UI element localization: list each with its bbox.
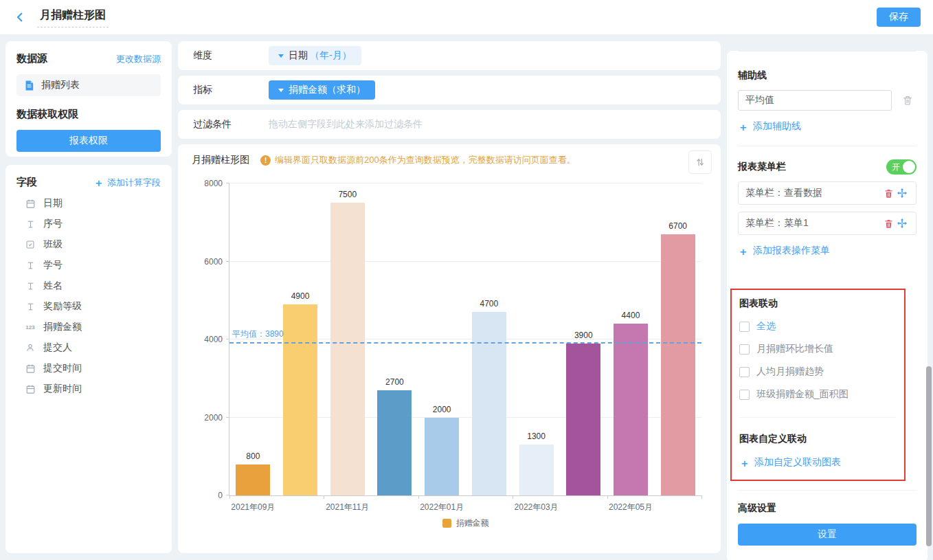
field-item[interactable]: 123捐赠金额 [16,317,161,337]
bar[interactable]: 2000 [425,418,459,496]
filter-row[interactable]: 过滤条件 拖动左侧字段到此处来添加过滤条件 [178,110,721,139]
bar-slot: 2700 [371,183,418,495]
center-panel: 维度 日期（年-月） 指标 捐赠金额（求和） 过滤条件 拖动左侧字段到此处来添加… [178,41,721,553]
field-item[interactable]: 学号 [16,255,161,276]
bar[interactable]: 7500 [330,203,365,495]
metric-chip[interactable]: 捐赠金额（求和） [269,80,375,100]
checkbox-icon[interactable] [739,390,750,400]
plot-area[interactable]: 0200040006000800080049007500270020004700… [229,183,701,496]
bar[interactable]: 4700 [472,312,506,495]
back-icon[interactable] [12,10,27,25]
divider [738,146,917,146]
x-tick-label [560,502,607,513]
plus-icon: ＋ [739,458,750,468]
fields-list: 日期序号班级学号姓名奖励等级123捐赠金额提交人提交时间更新时间 [16,193,161,399]
trash-icon[interactable] [881,219,895,229]
report-permission-button[interactable]: 报表权限 [16,130,161,152]
field-label: 学号 [43,259,63,271]
field-item[interactable]: 日期 [16,193,161,214]
bar-slot: 7500 [324,183,371,495]
topbar: 月捐赠柱形图 保存 [0,0,933,34]
field-item[interactable]: 提交人 [16,337,161,358]
bar-value-label: 1300 [527,432,546,441]
bar-slot: 3900 [560,183,607,495]
y-tick-label: 8000 [204,179,223,188]
bar[interactable]: 2700 [377,390,412,495]
bar[interactable]: 3900 [566,344,600,495]
linkage-checkbox-row[interactable]: 月捐赠环比增长值 [739,343,896,355]
linkage-option-label: 班级捐赠金额_面积图 [756,388,848,401]
left-panel: 数据源 更改数据源 捐赠列表 数据获取权限 报表权限 字段 ＋添加计算字段 日期… [5,41,172,553]
datasource-item[interactable]: 捐赠列表 [16,74,161,96]
fields-card: 字段 ＋添加计算字段 日期序号班级学号姓名奖励等级123捐赠金额提交人提交时间更… [5,165,172,553]
calendar-icon [23,384,37,394]
add-aux-line-link[interactable]: ＋添加辅助线 [738,120,917,133]
advanced-settings-title: 高级设置 [738,502,917,515]
field-item[interactable]: 班级 [16,234,161,255]
linkage-title: 图表联动 [739,298,896,310]
field-item[interactable]: 姓名 [16,276,161,296]
trash-icon[interactable] [901,95,914,106]
checkbox-icon[interactable] [739,344,750,355]
divider [739,417,896,418]
y-tick-label: 4000 [204,335,223,344]
field-item[interactable]: 奖励等级 [16,296,161,317]
bar[interactable]: 4900 [283,304,317,495]
aux-line-title: 辅助线 [738,52,917,82]
x-tick-mark [607,495,608,499]
bar[interactable]: 1300 [519,445,554,495]
bars-container: 800490075002700200047001300390044006700 [229,183,701,495]
select-all-checkbox-row[interactable]: 全选 [739,320,896,333]
bar[interactable]: 800 [236,464,270,495]
bar-value-label: 2000 [433,405,451,414]
field-item[interactable]: 更新时间 [16,379,161,399]
average-line-label: 平均值：3890 [232,328,284,340]
move-icon[interactable] [895,188,909,199]
change-datasource-link[interactable]: 更改数据源 [116,53,161,65]
menu-toggle[interactable]: 开 [886,159,917,175]
aux-line-input[interactable] [738,90,892,111]
x-tick-label: 2022年05月 [607,502,655,513]
checkbox-icon[interactable] [739,367,750,377]
linkage-highlight-box: 图表联动 全选 月捐赠环比增长值人均月捐赠趋势班级捐赠金额_面积图 图表自定义联… [730,289,906,481]
average-line [229,342,701,344]
menu-item[interactable]: 菜单栏：查看数据 [738,181,917,205]
bar[interactable]: 6700 [661,234,695,495]
y-tick-label: 0 [218,491,223,500]
field-label: 序号 [43,218,63,230]
settings-button[interactable]: 设置 [738,524,917,546]
linkage-option-label: 月捐赠环比增长值 [756,343,833,355]
filter-placeholder: 拖动左侧字段到此处来添加过滤条件 [269,118,423,131]
text-icon [23,302,37,311]
add-report-menu-link[interactable]: ＋添加报表操作菜单 [738,245,917,257]
save-button[interactable]: 保存 [877,8,921,27]
toggle-knob [903,161,915,173]
add-calc-field-link[interactable]: ＋添加计算字段 [93,177,161,189]
linkage-checkbox-row[interactable]: 班级捐赠金额_面积图 [739,388,896,401]
field-label: 奖励等级 [43,300,82,313]
number-icon: 123 [23,324,37,331]
menu-item[interactable]: 菜单栏：菜单1 [738,212,917,235]
x-tick-label [371,502,418,513]
field-item[interactable]: 提交时间 [16,358,161,379]
select-all-label: 全选 [756,320,776,333]
linkage-checkbox-row[interactable]: 人均月捐赠趋势 [739,366,896,378]
bar[interactable]: 4400 [614,324,648,495]
dimension-chip[interactable]: 日期（年-月） [269,46,361,65]
sort-icon[interactable] [688,150,712,174]
plus-icon: ＋ [738,246,748,256]
chart-title: 月捐赠柱形图 [192,154,249,166]
bar-slot: 6700 [654,183,701,495]
field-item[interactable]: 序号 [16,214,161,234]
move-icon[interactable] [895,218,909,229]
x-axis-labels: 2021年09月2021年11月2022年01月2022年03月2022年05月 [229,502,701,513]
scrollbar[interactable] [926,366,932,546]
trash-icon[interactable] [881,188,895,199]
legend[interactable]: 捐赠金额 [229,517,701,529]
field-label: 班级 [43,238,63,251]
text-icon [23,261,37,270]
x-tick-mark [324,495,324,499]
add-custom-linkage-link[interactable]: ＋添加自定义联动图表 [739,456,896,469]
text-icon [23,220,37,229]
checkbox-icon[interactable] [739,322,750,332]
